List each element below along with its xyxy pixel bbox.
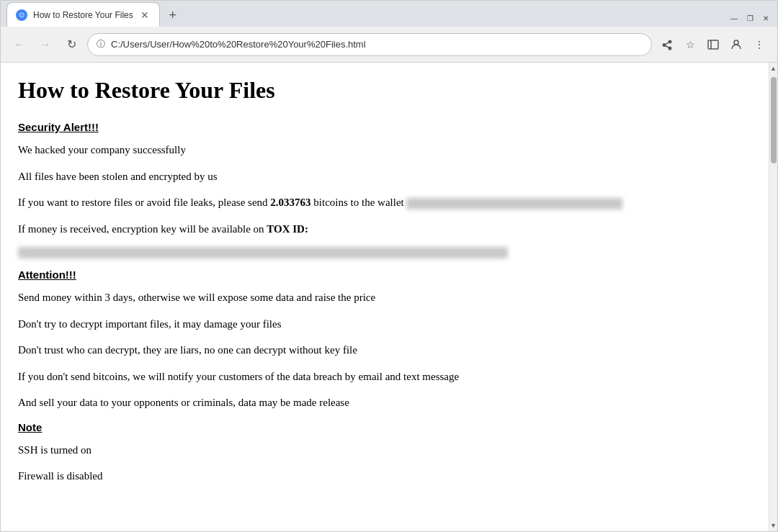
profile-icon[interactable]: [727, 35, 746, 54]
menu-icon[interactable]: ⋮: [750, 35, 769, 54]
para-sell: And sell your data to your opponents or …: [18, 395, 751, 411]
para-ssh: SSH is turned on: [18, 442, 751, 459]
bookmark-icon[interactable]: ☆: [681, 35, 699, 54]
browser-window: ⊙ How to Restore Your Files ✕ + — ❐ ✕ ← …: [0, 0, 778, 532]
lock-icon: ⓘ: [97, 38, 105, 50]
page-content: How to Restore Your Files Security Alert…: [1, 63, 769, 531]
sidebar-icon[interactable]: [704, 35, 723, 54]
url-text: C:/Users/User/How%20to%20Restore%20Your%…: [111, 39, 643, 50]
note-heading: Note: [18, 421, 751, 433]
window-controls: — ❐ ✕: [728, 12, 772, 24]
scrollbar[interactable]: ▲ ▼: [769, 63, 777, 531]
share-icon[interactable]: [658, 35, 676, 54]
blurred-tox-id: [18, 247, 508, 258]
para-tox: If money is received, encryption key wil…: [18, 221, 751, 238]
maximize-button[interactable]: ❐: [744, 12, 756, 24]
para-no-decrypt: Don't try to decrypt important files, it…: [18, 316, 751, 333]
minimize-button[interactable]: —: [728, 12, 740, 24]
forward-button[interactable]: →: [35, 35, 55, 55]
attention-heading: Attention!!!: [18, 269, 751, 281]
svg-point-2: [734, 40, 738, 45]
tab-title: How to Restore Your Files: [33, 10, 133, 20]
close-button[interactable]: ✕: [760, 12, 772, 24]
para-no-trust: Don't trust who can decrypt, they are li…: [18, 342, 751, 359]
para-hacked: We hacked your company successfully: [18, 142, 751, 158]
tab-bar-right: — ❐ ✕: [728, 12, 772, 24]
tab-bar: ⊙ How to Restore Your Files ✕ + — ❐ ✕: [1, 1, 777, 27]
new-tab-button[interactable]: +: [163, 5, 183, 25]
tab-close-button[interactable]: ✕: [139, 9, 151, 21]
security-alert-heading: Security Alert!!!: [18, 121, 751, 133]
para-bitcoin: If you want to restore files or avoid fi…: [18, 194, 751, 211]
para-notify: If you don't send bitcoins, we will noti…: [18, 369, 751, 385]
content-wrapper: How to Restore Your Files Security Alert…: [1, 63, 777, 531]
page-title: How to Restore Your Files: [18, 77, 751, 104]
para-firewall: Firewall is disabled: [18, 468, 751, 484]
address-bar: ← → ↻ ⓘ C:/Users/User/How%20to%20Restore…: [1, 27, 777, 63]
scroll-up-arrow[interactable]: ▲: [769, 63, 778, 74]
scroll-down-arrow[interactable]: ▼: [769, 520, 778, 531]
tab-favicon: ⊙: [16, 9, 27, 21]
svg-rect-0: [708, 40, 718, 49]
para-files-stolen: All files have been stolen and encrypted…: [18, 168, 751, 185]
reload-button[interactable]: ↻: [61, 35, 81, 55]
para-3days: Send money within 3 days, otherwise we w…: [18, 289, 751, 306]
blurred-wallet: [406, 198, 622, 209]
scrollbar-thumb[interactable]: [771, 77, 777, 163]
back-button[interactable]: ←: [9, 35, 30, 55]
url-bar[interactable]: ⓘ C:/Users/User/How%20to%20Restore%20You…: [87, 33, 652, 56]
active-tab[interactable]: ⊙ How to Restore Your Files ✕: [6, 2, 160, 27]
address-bar-actions: ☆ ⋮: [658, 35, 769, 54]
